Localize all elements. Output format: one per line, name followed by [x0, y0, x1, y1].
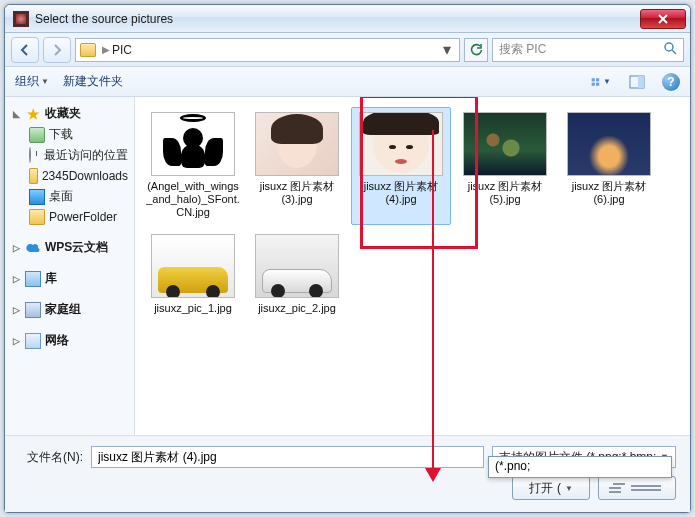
filename-label: 文件名(N):	[19, 449, 83, 466]
sidebar-libraries-header[interactable]: ▷ 库	[5, 268, 134, 289]
breadcrumb-separator: ▶	[102, 44, 110, 55]
address-bar[interactable]: ▶ PIC ▾	[75, 38, 460, 62]
svg-rect-2	[596, 78, 599, 81]
obscured-icon	[607, 480, 667, 496]
sidebar-item-downloads[interactable]: 下载	[5, 124, 134, 145]
svg-rect-3	[592, 82, 595, 85]
library-icon	[25, 271, 41, 287]
twisty-closed-icon: ▷	[11, 243, 21, 253]
homegroup-icon	[25, 302, 41, 318]
twisty-closed-icon: ▷	[11, 336, 21, 346]
app-icon	[13, 11, 29, 27]
nav-bar: ▶ PIC ▾ 搜索 PIC	[5, 33, 690, 67]
svg-rect-6	[638, 76, 644, 88]
sidebar-homegroup-header[interactable]: ▷ 家庭组	[5, 299, 134, 320]
search-icon	[663, 41, 677, 58]
toolbar: 组织▼ 新建文件夹 ▼ ?	[5, 67, 690, 97]
svg-point-0	[665, 43, 673, 51]
thumbnails-icon	[591, 75, 601, 89]
file-thumbnail	[359, 112, 443, 176]
filename-input[interactable]	[91, 446, 484, 468]
file-label: jisuxz_pic_1.jpg	[154, 302, 232, 315]
twisty-closed-icon: ▷	[11, 274, 21, 284]
search-placeholder: 搜索 PIC	[499, 41, 546, 58]
file-label: (Angel_with_wings_and_halo)_SFont.CN.jpg	[146, 180, 240, 220]
file-open-dialog: Select the source pictures ▶ PIC ▾ 搜索 PI…	[4, 4, 691, 513]
file-item[interactable]: jisuxz_pic_1.jpg	[143, 229, 243, 320]
folder-icon	[29, 168, 38, 184]
nav-back-button[interactable]	[11, 37, 39, 63]
network-icon	[25, 333, 41, 349]
folder-icon	[80, 43, 96, 57]
help-button[interactable]: ?	[662, 73, 680, 91]
sidebar-item-recent[interactable]: 最近访问的位置	[5, 145, 134, 166]
file-item[interactable]: jisuxz 图片素材 (5).jpg	[455, 107, 555, 225]
refresh-icon	[469, 43, 483, 57]
twisty-open-icon: ◣	[11, 109, 21, 119]
file-list-pane[interactable]: (Angel_with_wings_and_halo)_SFont.CN.jpg…	[135, 97, 690, 435]
desktop-icon	[29, 189, 45, 205]
file-item[interactable]: (Angel_with_wings_and_halo)_SFont.CN.jpg	[143, 107, 243, 225]
sidebar: ◣ ★ 收藏夹 下载 最近访问的位置 2345Downloads 桌面 Powe…	[5, 97, 135, 435]
dialog-footer: 文件名(N): 支持的图片文件 (*.png;*.bmp; ▼ 打开 ( ▼ 取…	[5, 435, 690, 512]
file-label: jisuxz 图片素材 (3).jpg	[250, 180, 344, 206]
search-box[interactable]: 搜索 PIC	[492, 38, 684, 62]
file-label: jisuxz 图片素材 (6).jpg	[562, 180, 656, 206]
file-thumbnail	[463, 112, 547, 176]
clock-icon	[29, 147, 31, 163]
breadcrumb-segment[interactable]: PIC	[112, 43, 132, 57]
filetype-dropdown-list[interactable]: (*.pno;	[488, 456, 672, 478]
svg-rect-1	[592, 78, 595, 81]
file-item-selected[interactable]: jisuxz 图片素材 (4).jpg	[351, 107, 451, 225]
nav-forward-button[interactable]	[43, 37, 71, 63]
window-close-button[interactable]	[640, 9, 686, 29]
open-button[interactable]: 打开 ( ▼	[512, 476, 590, 500]
file-thumbnail	[151, 112, 235, 176]
address-dropdown-icon[interactable]: ▾	[439, 40, 455, 59]
arrow-left-icon	[18, 43, 32, 57]
preview-pane-button[interactable]	[626, 72, 648, 92]
sidebar-network-header[interactable]: ▷ 网络	[5, 330, 134, 351]
file-item[interactable]: jisuxz 图片素材 (6).jpg	[559, 107, 659, 225]
split-chevron-icon: ▼	[565, 484, 573, 493]
sidebar-wps-header[interactable]: ▷ WPS云文档	[5, 237, 134, 258]
file-thumbnail	[255, 234, 339, 298]
file-label: jisuxz_pic_2.jpg	[258, 302, 336, 315]
file-thumbnail	[567, 112, 651, 176]
file-item[interactable]: jisuxz_pic_2.jpg	[247, 229, 347, 320]
file-thumbnail	[255, 112, 339, 176]
file-thumbnail	[151, 234, 235, 298]
folder-icon	[29, 209, 45, 225]
sidebar-favorites-header[interactable]: ◣ ★ 收藏夹	[5, 103, 134, 124]
preview-icon	[629, 75, 645, 89]
window-title: Select the source pictures	[35, 12, 173, 26]
svg-rect-4	[596, 82, 599, 85]
file-item[interactable]: jisuxz 图片素材 (3).jpg	[247, 107, 347, 225]
sidebar-item-desktop[interactable]: 桌面	[5, 186, 134, 207]
sidebar-item-2345downloads[interactable]: 2345Downloads	[5, 166, 134, 186]
refresh-button[interactable]	[464, 38, 488, 62]
cancel-button[interactable]: 取消	[598, 476, 676, 500]
titlebar: Select the source pictures	[5, 5, 690, 33]
cloud-icon	[25, 240, 41, 256]
download-icon	[29, 127, 45, 143]
view-options-button[interactable]: ▼	[590, 72, 612, 92]
twisty-closed-icon: ▷	[11, 305, 21, 315]
file-label: jisuxz 图片素材 (5).jpg	[458, 180, 552, 206]
toolbar-organize-button[interactable]: 组织▼	[15, 73, 49, 90]
toolbar-newfolder-button[interactable]: 新建文件夹	[63, 73, 123, 90]
sidebar-item-powerfolder[interactable]: PowerFolder	[5, 207, 134, 227]
arrow-right-icon	[50, 43, 64, 57]
star-icon: ★	[25, 106, 41, 122]
close-icon	[658, 14, 668, 24]
file-label: jisuxz 图片素材 (4).jpg	[354, 180, 448, 206]
